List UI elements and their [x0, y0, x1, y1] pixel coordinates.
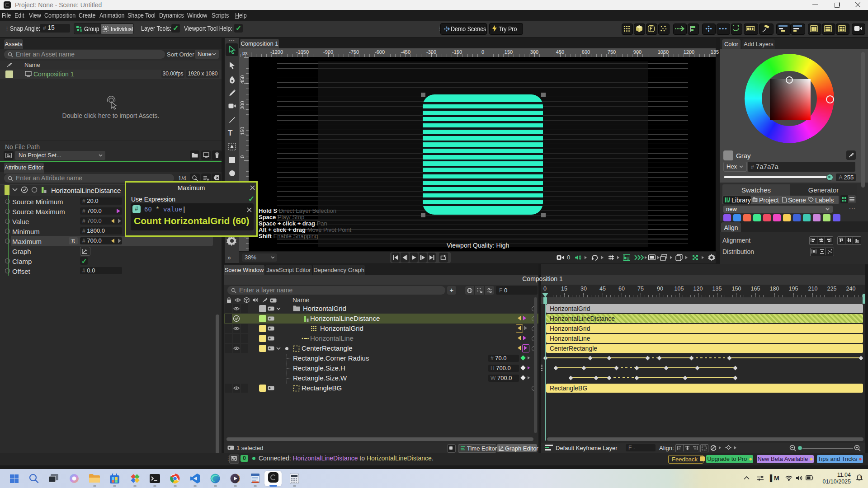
- svg-text:z: z: [860, 475, 862, 479]
